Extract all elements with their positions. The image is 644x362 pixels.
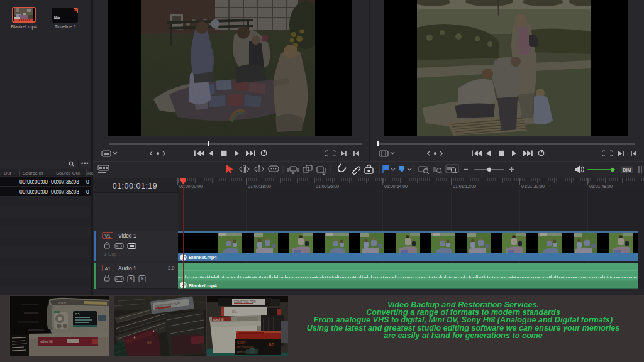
svg-text:DIM: DIM — [623, 168, 631, 172]
svg-text:M: M — [141, 277, 143, 282]
svg-text:S: S — [130, 277, 133, 281]
